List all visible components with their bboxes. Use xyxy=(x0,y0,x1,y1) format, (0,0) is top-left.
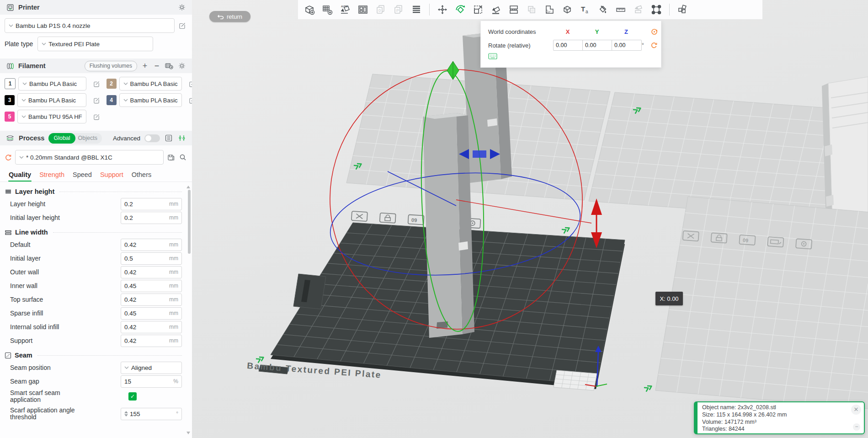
color-paint-icon[interactable] xyxy=(543,3,556,16)
rotate-y-input[interactable]: 0.00 xyxy=(582,40,612,51)
add-filament-button[interactable]: + xyxy=(141,62,149,70)
free-rotate-icon[interactable] xyxy=(648,28,660,36)
filament-color-swatch[interactable]: 2 xyxy=(107,79,117,89)
scope-global[interactable]: Global xyxy=(48,133,75,144)
add-object-icon[interactable] xyxy=(303,3,316,16)
tab-others[interactable]: Others xyxy=(128,169,156,182)
inner-wall-line-width-input[interactable]: 0.45 mm xyxy=(121,280,182,292)
plate-name-icon[interactable]: 09 xyxy=(408,215,424,225)
spinner-arrows[interactable] xyxy=(124,411,128,417)
flushing-volumes-button[interactable]: Flushing volumes xyxy=(85,61,137,71)
edit-filament-icon[interactable] xyxy=(92,112,102,122)
sparse-infill-line-width-input[interactable]: 0.45 mm xyxy=(121,307,182,320)
support-line-width-input[interactable]: 0.42 mm xyxy=(121,335,182,347)
filament-color-swatch[interactable]: 4 xyxy=(107,95,117,105)
smart-scarf-seam-checkbox[interactable]: ✓ xyxy=(128,392,137,401)
merge-icon[interactable] xyxy=(525,3,538,16)
model-selected-slab[interactable] xyxy=(423,113,474,338)
cut-icon[interactable] xyxy=(560,3,574,16)
parameter-list-icon[interactable] xyxy=(164,134,173,143)
filament-slot-1: 1 Bambu PLA Basic xyxy=(5,77,102,91)
filament-dropdown[interactable]: Bambu PLA Basic xyxy=(18,77,86,91)
internal-solid-infill-line-width-input[interactable]: 0.42 mm xyxy=(121,321,182,333)
minimize-icon[interactable]: − xyxy=(853,423,860,431)
seam-paint-icon[interactable] xyxy=(632,3,645,16)
top-surface-line-width-input[interactable]: 0.42 mm xyxy=(121,294,182,306)
save-preset-icon[interactable] xyxy=(166,153,176,162)
keyboard-input-icon[interactable] xyxy=(488,53,498,59)
axis-x-label: X xyxy=(553,28,582,35)
rotate-z-input[interactable]: 0.00 xyxy=(612,40,642,51)
seam-gap-input[interactable]: 15 % xyxy=(121,375,182,388)
tab-speed[interactable]: Speed xyxy=(69,169,96,182)
layer-height-input[interactable]: 0.2 mm xyxy=(121,198,182,210)
plate-type-dropdown[interactable]: Textured PEI Plate xyxy=(37,37,153,51)
default-line-width-input[interactable]: 0.42 mm xyxy=(121,239,182,251)
process-scope-toggle[interactable]: Global Objects xyxy=(48,133,102,144)
seam-icon xyxy=(5,352,11,359)
scarf-angle-threshold-spinner[interactable]: 155 ° xyxy=(121,408,182,420)
search-icon[interactable] xyxy=(178,153,187,162)
outer-wall-line-width-input[interactable]: 0.42 mm xyxy=(121,266,182,278)
remove-filament-button[interactable]: − xyxy=(153,62,161,70)
support-paint-icon[interactable] xyxy=(596,3,610,16)
scope-objects[interactable]: Objects xyxy=(75,135,102,141)
exploded-view-icon[interactable] xyxy=(676,3,689,16)
add-plate-icon[interactable] xyxy=(320,3,334,16)
place-on-face-icon[interactable] xyxy=(489,3,503,16)
wipe-tower[interactable] xyxy=(554,370,597,390)
filament-color-swatch[interactable]: 1 xyxy=(5,78,16,89)
rotate-icon[interactable] xyxy=(453,3,467,16)
tab-quality[interactable]: Quality xyxy=(5,169,35,182)
rotate-x-input[interactable]: 0.00 xyxy=(553,40,583,51)
lock-plate-icon[interactable] xyxy=(380,213,396,223)
reset-process-icon[interactable] xyxy=(5,154,12,161)
edit-filament-icon[interactable] xyxy=(92,95,102,105)
close-icon[interactable]: ✕ xyxy=(851,405,861,415)
copy-icon[interactable]: 0 xyxy=(374,3,388,16)
rotation-value-tooltip: X: 0.00 xyxy=(655,292,683,305)
variable-layer-height-icon[interactable] xyxy=(410,3,423,16)
filament-color-swatch[interactable]: 3 xyxy=(5,95,15,105)
process-preset-dropdown[interactable]: * 0.20mm Standard @BBL X1C xyxy=(15,150,164,165)
initial-layer-height-input[interactable]: 0.2 mm xyxy=(121,212,182,224)
reset-rotation-icon[interactable] xyxy=(648,42,660,49)
tab-strength[interactable]: Strength xyxy=(35,169,69,182)
printer-settings-gear-icon[interactable] xyxy=(177,3,186,12)
process-tabs: Quality Strength Speed Support Others xyxy=(0,165,192,182)
filament-slot-2: 2 Bambu PLA Basic xyxy=(107,77,192,91)
printer-preset-dropdown[interactable]: Bambu Lab P1S 0.4 nozzle xyxy=(5,18,175,33)
measure-icon[interactable] xyxy=(614,3,628,16)
assembly-icon[interactable] xyxy=(650,3,663,16)
filament-color-swatch[interactable]: 5 xyxy=(5,112,15,122)
tab-support[interactable]: Support xyxy=(96,169,128,182)
text-icon[interactable]: T a xyxy=(578,3,592,16)
sidebar-scrollbar[interactable] xyxy=(188,190,191,254)
filament-settings-gear-icon[interactable] xyxy=(177,61,186,70)
filament-dropdown[interactable]: Bambu PLA Basic xyxy=(119,77,182,91)
filament-dropdown[interactable]: Bambu PLA Basic xyxy=(119,93,182,107)
return-button[interactable]: return xyxy=(209,11,250,22)
ams-sync-icon[interactable] xyxy=(165,61,174,70)
filament-dropdown[interactable]: Bambu TPU 95A HF xyxy=(17,110,86,123)
close-plate-icon[interactable] xyxy=(351,211,367,221)
paste-icon[interactable]: P xyxy=(392,3,405,16)
filament-dropdown[interactable]: Bambu PLA Basic xyxy=(17,93,86,107)
chevron-down-icon xyxy=(42,43,46,45)
seam-position-dropdown[interactable]: Aligned xyxy=(121,362,182,374)
advanced-toggle[interactable] xyxy=(144,134,160,142)
auto-orient-icon[interactable]: AUTO xyxy=(338,3,352,16)
gizmo-handle-y[interactable] xyxy=(447,61,459,80)
tune-sliders-icon[interactable] xyxy=(177,134,186,143)
edit-printer-preset-icon[interactable] xyxy=(177,21,187,31)
initial-layer-line-width-input[interactable]: 0.5 mm xyxy=(121,252,182,265)
scroll-up-arrow[interactable] xyxy=(186,186,190,188)
edit-filament-icon[interactable] xyxy=(92,79,102,89)
3d-viewport[interactable]: Bambu Textured PEI Plate 09 09 xyxy=(192,0,868,438)
scale-icon[interactable] xyxy=(471,3,485,16)
move-icon[interactable] xyxy=(436,3,449,16)
split-objects-icon[interactable] xyxy=(507,3,521,16)
scroll-down-arrow[interactable] xyxy=(186,432,190,434)
build-plate-right[interactable] xyxy=(655,197,868,412)
arrange-icon[interactable] xyxy=(356,3,370,16)
